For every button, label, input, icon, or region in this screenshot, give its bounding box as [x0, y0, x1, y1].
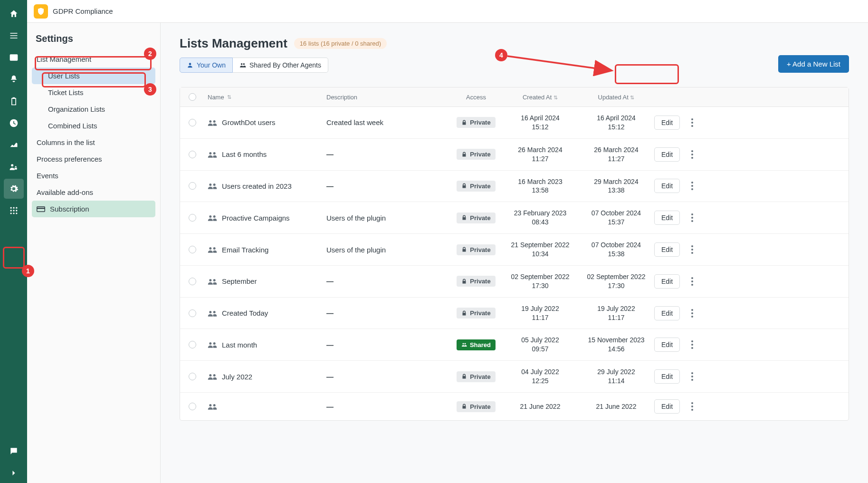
row-name[interactable]: Proactive Campaigns: [222, 214, 290, 222]
nav-settings-icon[interactable]: [4, 179, 24, 199]
row-menu-icon[interactable]: [687, 118, 697, 127]
row-updated: 16 April 202415:12: [578, 114, 654, 132]
row-menu-icon[interactable]: [687, 150, 697, 159]
row-checkbox[interactable]: [189, 246, 196, 253]
nav-user-lists[interactable]: User Lists: [32, 68, 155, 84]
row-created: 05 July 202209:57: [502, 336, 578, 354]
row-menu-icon[interactable]: [687, 245, 697, 254]
row-name[interactable]: Email Tracking: [222, 246, 268, 254]
nav-card-icon[interactable]: [4, 48, 24, 68]
nav-comment-icon[interactable]: [4, 441, 24, 461]
tab-shared[interactable]: Shared By Other Agents: [233, 58, 328, 73]
row-name[interactable]: Users created in 2023: [222, 182, 292, 190]
nav-clock-icon[interactable]: [4, 113, 24, 133]
row-checkbox[interactable]: [189, 373, 196, 380]
row-created: 16 March 202313:58: [502, 177, 578, 195]
nav-organization-lists[interactable]: Organization Lists: [32, 101, 155, 117]
users-icon: [239, 62, 246, 68]
row-name[interactable]: Last 6 months: [222, 150, 267, 158]
row-desc: —: [326, 341, 334, 349]
access-badge: Private: [457, 371, 495, 382]
select-all-checkbox[interactable]: [189, 93, 196, 101]
row-name[interactable]: Created Today: [222, 309, 268, 317]
nav-subscription-label: Subscription: [50, 205, 89, 213]
row-checkbox[interactable]: [189, 341, 196, 348]
row-name[interactable]: Last month: [222, 341, 257, 349]
nav-list-management[interactable]: List Management: [32, 51, 155, 68]
svg-rect-12: [37, 208, 45, 209]
card-icon: [37, 206, 45, 213]
row-desc: Users of the plugin: [326, 246, 386, 254]
th-access[interactable]: Access: [450, 94, 502, 101]
edit-button[interactable]: Edit: [654, 274, 680, 289]
add-new-list-button[interactable]: + Add a New List: [778, 55, 849, 73]
row-desc: —: [326, 277, 334, 285]
nav-process-prefs[interactable]: Process preferences: [32, 151, 155, 167]
access-badge: Private: [457, 181, 495, 192]
edit-button[interactable]: Edit: [654, 369, 680, 384]
nav-list-icon[interactable]: [4, 26, 24, 46]
row-created: 04 July 202212:25: [502, 367, 578, 386]
table-row: Proactive CampaignsUsers of the pluginPr…: [180, 202, 849, 234]
edit-button[interactable]: Edit: [654, 306, 680, 320]
settings-heading: Settings: [36, 33, 152, 44]
nav-apps-icon[interactable]: [4, 201, 24, 221]
nav-combined-lists[interactable]: Combined Lists: [32, 117, 155, 134]
svg-point-9: [13, 213, 14, 214]
row-menu-icon[interactable]: [687, 182, 697, 190]
row-checkbox[interactable]: [189, 403, 196, 410]
row-updated: 07 October 202415:37: [578, 209, 654, 227]
nav-columns[interactable]: Columns in the list: [32, 134, 155, 151]
th-updated[interactable]: Updated At: [598, 94, 629, 101]
th-desc[interactable]: Description: [326, 94, 450, 101]
row-checkbox[interactable]: [189, 182, 196, 190]
row-menu-icon[interactable]: [687, 309, 697, 318]
row-created: 21 September 202210:34: [502, 241, 578, 259]
row-menu-icon[interactable]: [687, 372, 697, 381]
row-checkbox[interactable]: [189, 214, 196, 222]
row-checkbox[interactable]: [189, 309, 196, 317]
row-updated: 29 July 202211:14: [578, 367, 654, 386]
nav-clipboard-icon[interactable]: [4, 91, 24, 111]
row-menu-icon[interactable]: [687, 277, 697, 286]
nav-home-icon[interactable]: [4, 4, 24, 24]
row-name[interactable]: GrowthDot users: [222, 118, 276, 126]
edit-button[interactable]: Edit: [654, 211, 680, 225]
row-updated: 15 November 202314:56: [578, 336, 654, 354]
nav-chart-icon[interactable]: [4, 135, 24, 155]
svg-point-6: [13, 210, 14, 211]
row-checkbox[interactable]: [189, 278, 196, 285]
user-icon: [187, 62, 193, 68]
nav-ticket-lists[interactable]: Ticket Lists: [32, 84, 155, 101]
row-name[interactable]: September: [222, 277, 257, 285]
row-checkbox[interactable]: [189, 119, 196, 126]
nav-expand-icon[interactable]: [4, 463, 24, 483]
row-desc: —: [326, 309, 334, 317]
tab-your-own[interactable]: Your Own: [180, 58, 233, 73]
edit-button[interactable]: Edit: [654, 116, 680, 130]
edit-button[interactable]: Edit: [654, 147, 680, 162]
settings-panel: Settings List Management User Lists Tick…: [27, 23, 161, 483]
sort-icon: ⇅: [227, 94, 231, 100]
row-menu-icon[interactable]: [687, 402, 697, 411]
th-name[interactable]: Name: [208, 94, 224, 101]
edit-button[interactable]: Edit: [654, 179, 680, 193]
nav-users-lock-icon[interactable]: [4, 157, 24, 177]
access-badge: Private: [457, 401, 495, 412]
row-name[interactable]: July 2022: [222, 373, 252, 381]
row-menu-icon[interactable]: [687, 340, 697, 349]
table-row: —Private21 June 202221 June 2022Edit: [180, 393, 849, 420]
th-created[interactable]: Created At: [523, 94, 552, 101]
row-checkbox[interactable]: [189, 151, 196, 158]
row-menu-icon[interactable]: [687, 213, 697, 222]
edit-button[interactable]: Edit: [654, 242, 680, 257]
nav-subscription[interactable]: Subscription: [32, 201, 155, 217]
table-row: Users created in 2023—Private16 March 20…: [180, 171, 849, 203]
row-created: 21 June 2022: [502, 402, 578, 411]
svg-point-10: [16, 213, 17, 214]
edit-button[interactable]: Edit: [654, 399, 680, 414]
edit-button[interactable]: Edit: [654, 338, 680, 352]
nav-events[interactable]: Events: [32, 167, 155, 184]
nav-addons[interactable]: Available add-ons: [32, 184, 155, 201]
nav-badge-icon[interactable]: [4, 69, 24, 89]
